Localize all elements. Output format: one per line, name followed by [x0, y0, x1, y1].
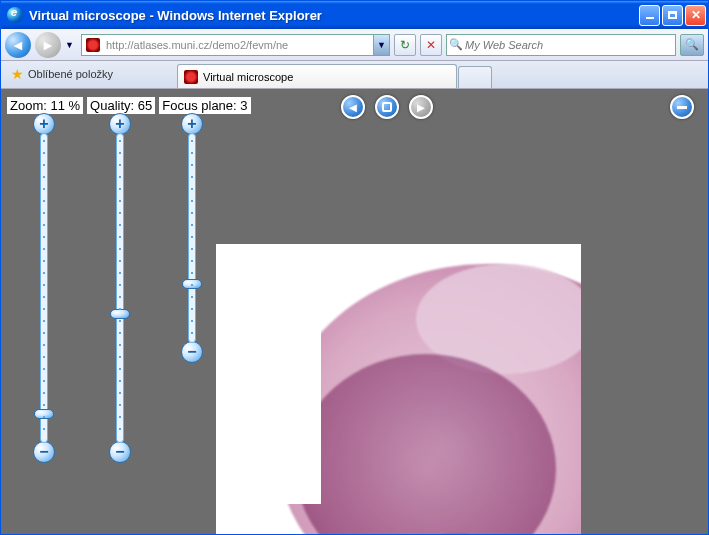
collapse-panel-button[interactable]	[670, 95, 694, 119]
quality-label: Quality: 65	[87, 97, 155, 114]
address-bar: ▼	[81, 34, 390, 56]
close-button[interactable]: ✕	[685, 5, 706, 26]
view-stop-button[interactable]	[375, 95, 399, 119]
zoom-plus-button[interactable]: +	[33, 113, 55, 135]
minimize-button[interactable]	[639, 5, 660, 26]
quality-slider[interactable]: + −	[109, 113, 131, 463]
zoom-minus-button[interactable]: −	[33, 441, 55, 463]
ie-icon	[7, 7, 23, 23]
star-icon: ★	[11, 66, 24, 82]
view-forward-button[interactable]: ►	[409, 95, 433, 119]
view-back-button[interactable]: ◄	[341, 95, 365, 119]
site-favicon	[85, 37, 101, 53]
stop-button[interactable]: ✕	[420, 34, 442, 56]
favorites-label: Oblíbené položky	[28, 68, 113, 80]
control-labels: Zoom: 11 % Quality: 65 Focus plane: 3	[7, 97, 251, 114]
focus-label: Focus plane: 3	[159, 97, 250, 114]
nav-history-dropdown[interactable]: ▼	[65, 40, 77, 50]
forward-button[interactable]: ►	[35, 32, 61, 58]
search-box: 🔍	[446, 34, 676, 56]
nav-bar: ◄ ► ▼ ▼ ↻ ✕ 🔍 🔍	[1, 29, 708, 61]
search-icon: 🔍	[447, 38, 465, 51]
focus-minus-button[interactable]: −	[181, 341, 203, 363]
window-buttons: ✕	[639, 5, 706, 26]
search-button[interactable]: 🔍	[680, 34, 704, 56]
url-input[interactable]	[104, 36, 373, 54]
focus-plus-button[interactable]: +	[181, 113, 203, 135]
zoom-track[interactable]	[40, 133, 48, 443]
maximize-button[interactable]	[662, 5, 683, 26]
focus-track[interactable]	[188, 133, 196, 343]
address-dropdown[interactable]: ▼	[373, 35, 389, 55]
zoom-slider[interactable]: + −	[33, 113, 55, 463]
favorites-link[interactable]: ★ Oblíbené položky	[5, 63, 119, 85]
search-input[interactable]	[465, 39, 675, 51]
tabs-bar: ★ Oblíbené položky Virtual microscope	[1, 61, 708, 89]
window-title: Virtual microscope - Windows Internet Ex…	[27, 8, 639, 23]
quality-track[interactable]	[116, 133, 124, 443]
quality-thumb[interactable]	[110, 309, 130, 319]
tab-favicon	[184, 70, 198, 84]
view-nav-controls: ◄ ►	[341, 95, 433, 119]
content-area: Zoom: 11 % Quality: 65 Focus plane: 3 + …	[1, 89, 708, 534]
title-bar: Virtual microscope - Windows Internet Ex…	[1, 1, 708, 29]
new-tab-button[interactable]	[458, 66, 492, 88]
app-window: Virtual microscope - Windows Internet Ex…	[0, 0, 709, 535]
quality-minus-button[interactable]: −	[109, 441, 131, 463]
zoom-label: Zoom: 11 %	[7, 97, 83, 114]
quality-plus-button[interactable]: +	[109, 113, 131, 135]
tab-active[interactable]: Virtual microscope	[177, 64, 457, 88]
tab-title: Virtual microscope	[203, 71, 293, 83]
focus-slider[interactable]: + −	[181, 113, 203, 363]
microscope-viewport[interactable]	[216, 244, 581, 534]
back-button[interactable]: ◄	[5, 32, 31, 58]
refresh-button[interactable]: ↻	[394, 34, 416, 56]
